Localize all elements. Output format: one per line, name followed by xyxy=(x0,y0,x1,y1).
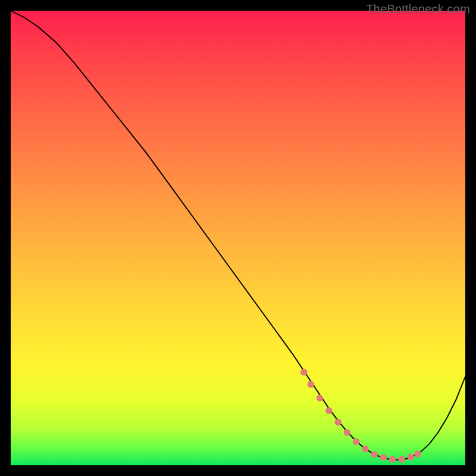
chart-container: TheBottleneck.com xyxy=(0,0,476,476)
minimum-dot-band xyxy=(300,369,421,463)
minimum-dot xyxy=(325,408,332,414)
watermark-text: TheBottleneck.com xyxy=(366,2,470,16)
minimum-dot xyxy=(408,454,414,461)
minimum-dot xyxy=(362,446,368,452)
minimum-dot xyxy=(371,451,377,458)
minimum-dot xyxy=(389,456,396,462)
minimum-dot xyxy=(300,369,307,375)
minimum-dot xyxy=(344,429,350,436)
curve-layer xyxy=(11,11,465,465)
bottleneck-curve xyxy=(11,11,465,460)
minimum-dot xyxy=(353,439,359,445)
minimum-dot xyxy=(398,456,405,462)
minimum-dot xyxy=(317,394,323,401)
minimum-dot xyxy=(414,450,421,457)
minimum-dot xyxy=(334,419,341,425)
minimum-dot xyxy=(308,381,314,387)
minimum-dot xyxy=(380,454,387,461)
